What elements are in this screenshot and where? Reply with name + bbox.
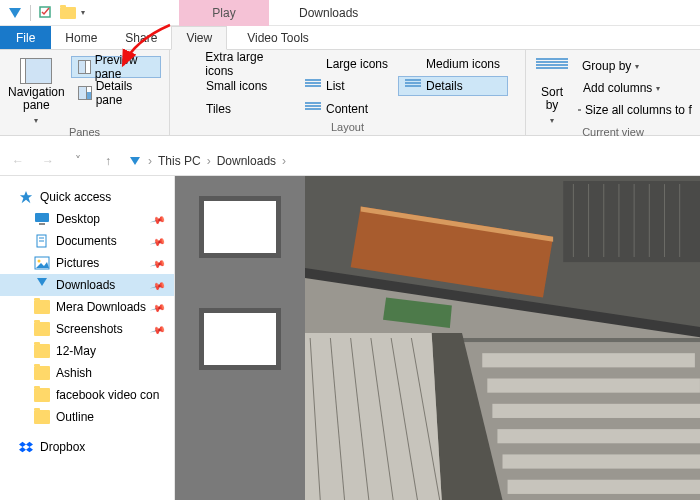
star-icon <box>18 190 34 204</box>
svg-rect-26 <box>497 429 700 443</box>
ribbon-group-panes: Navigation pane ▾ Preview pane Details p… <box>0 50 170 135</box>
sort-by-button[interactable]: Sort by ▾ <box>534 54 570 126</box>
svg-rect-24 <box>487 379 700 393</box>
window-title: Downloads <box>299 0 358 26</box>
layout-small-icons[interactable]: Small icons <box>178 76 298 96</box>
contextual-tab-play[interactable]: Play <box>179 0 269 26</box>
preview-pane <box>305 176 700 500</box>
details-pane-button[interactable]: Details pane <box>71 82 161 104</box>
sidebar-item[interactable]: Ashish <box>0 362 174 384</box>
sidebar-item[interactable]: Documents📌 <box>0 230 174 252</box>
svg-rect-27 <box>503 454 701 468</box>
dropbox-icon <box>18 440 34 454</box>
tab-video-tools[interactable]: Video Tools <box>233 26 323 49</box>
layout-list[interactable]: List <box>298 76 398 96</box>
sidebar-item[interactable]: Downloads📌 <box>0 274 174 296</box>
qat-dropdown-icon[interactable]: ▾ <box>81 8 85 17</box>
qat-new-folder-icon[interactable] <box>59 2 77 24</box>
sidebar-item[interactable]: 12-May <box>0 340 174 362</box>
sidebar-item[interactable]: Screenshots📌 <box>0 318 174 340</box>
tab-home[interactable]: Home <box>51 26 111 49</box>
layout-content[interactable]: Content <box>298 99 398 119</box>
ribbon: Navigation pane ▾ Preview pane Details p… <box>0 50 700 136</box>
layout-large-icons[interactable]: Large icons <box>298 54 398 74</box>
breadcrumb-bar: ← → ˅ ↑ › This PC › Downloads › <box>0 146 700 176</box>
layout-tiles[interactable]: Tiles <box>178 99 298 119</box>
svg-rect-28 <box>508 480 700 494</box>
nav-up-icon[interactable]: ↑ <box>98 154 118 168</box>
sidebar-item[interactable]: Mera Downloads📌 <box>0 296 174 318</box>
app-icon[interactable] <box>6 2 24 24</box>
navigation-pane-button[interactable]: Navigation pane ▾ <box>8 54 65 126</box>
group-by-button[interactable]: Group by ▾ <box>576 56 692 76</box>
ribbon-group-layout: Extra large icons Large icons Medium ico… <box>170 50 526 135</box>
layout-details[interactable]: Details <box>398 76 508 96</box>
sidebar-item[interactable]: Outline <box>0 406 174 428</box>
preview-pane-button[interactable]: Preview pane <box>71 56 161 78</box>
add-columns-button[interactable]: Add columns ▾ <box>576 78 692 98</box>
tab-share[interactable]: Share <box>111 26 171 49</box>
layout-medium-icons[interactable]: Medium icons <box>398 54 508 74</box>
tab-file[interactable]: File <box>0 26 51 49</box>
breadcrumb[interactable]: › This PC › Downloads › <box>128 154 286 168</box>
thumbnail-column <box>175 176 305 500</box>
sidebar-item[interactable]: Desktop📌 <box>0 208 174 230</box>
thumbnail-item[interactable] <box>199 308 281 370</box>
layout-extra-large-icons[interactable]: Extra large icons <box>178 54 298 74</box>
preview-image <box>305 176 700 500</box>
svg-rect-25 <box>492 404 700 418</box>
title-bar: ▾ Play Downloads <box>0 0 700 26</box>
svg-rect-2 <box>35 213 49 222</box>
ribbon-group-current-view: Sort by ▾ Group by ▾ Add columns ▾ Size … <box>526 50 700 135</box>
content-area <box>175 176 700 500</box>
nav-back-icon[interactable]: ← <box>8 154 28 168</box>
main-area: Quick access Desktop📌Documents📌Pictures📌… <box>0 176 700 500</box>
svg-marker-1 <box>20 191 32 203</box>
qat-properties-icon[interactable] <box>37 2 55 24</box>
sidebar-item[interactable]: facebook video con <box>0 384 174 406</box>
sidebar-quick-access[interactable]: Quick access <box>0 186 174 208</box>
ribbon-tabs: File Home Share View Video Tools <box>0 26 700 50</box>
sidebar-item[interactable]: Pictures📌 <box>0 252 174 274</box>
svg-rect-3 <box>39 223 45 225</box>
sidebar-dropbox[interactable]: Dropbox <box>0 436 174 458</box>
size-columns-button[interactable]: Size all columns to f <box>576 100 692 120</box>
tab-view[interactable]: View <box>171 26 227 50</box>
svg-point-8 <box>38 260 41 263</box>
quick-access-toolbar: ▾ <box>0 2 91 24</box>
navigation-sidebar: Quick access Desktop📌Documents📌Pictures📌… <box>0 176 175 500</box>
nav-forward-icon[interactable]: → <box>38 154 58 168</box>
nav-recent-icon[interactable]: ˅ <box>68 154 88 168</box>
svg-rect-23 <box>482 353 695 367</box>
thumbnail-item[interactable] <box>199 196 281 258</box>
